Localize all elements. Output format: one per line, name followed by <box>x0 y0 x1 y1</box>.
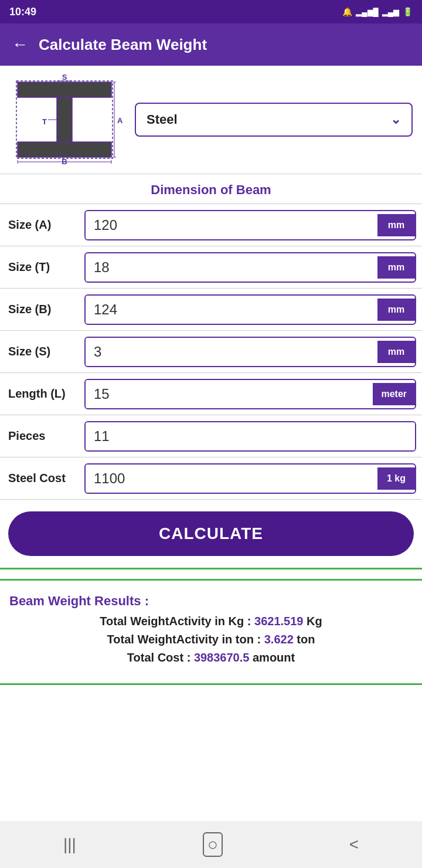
steel-cost-input[interactable] <box>86 464 377 493</box>
material-dropdown[interactable]: Steel ⌄ <box>135 103 413 137</box>
size-a-input-wrapper: mm <box>84 210 416 240</box>
svg-text:S: S <box>62 73 67 82</box>
svg-text:T: T <box>42 117 47 126</box>
battery-icon: 🔋 <box>403 7 413 16</box>
results-section: Beam Weight Results : Total WeightActivi… <box>0 586 422 675</box>
weight-kg-unit: Kg <box>307 615 322 628</box>
beam-diagram: S A T B <box>6 73 123 167</box>
size-t-row: Size (T) mm <box>0 246 422 289</box>
size-t-input[interactable] <box>86 253 377 282</box>
material-select-button[interactable]: Steel ⌄ <box>135 103 413 137</box>
svg-rect-0 <box>18 82 111 97</box>
size-a-row: Size (A) mm <box>0 204 422 246</box>
results-title: Beam Weight Results : <box>9 594 413 609</box>
dropdown-arrow-icon: ⌄ <box>390 112 401 127</box>
size-b-input[interactable] <box>86 296 377 324</box>
size-s-label: Size (S) <box>0 345 82 358</box>
nav-bar: ||| ○ < <box>0 821 422 868</box>
pieces-input[interactable] <box>86 422 415 450</box>
size-b-label: Size (B) <box>0 303 82 316</box>
calculate-button-container: CALCULATE <box>0 500 422 568</box>
pieces-input-wrapper <box>84 421 416 452</box>
weight-kg-result: Total WeightActivity in Kg : 3621.519 Kg <box>9 615 413 628</box>
svg-rect-2 <box>18 142 111 157</box>
size-t-label: Size (T) <box>0 260 82 274</box>
size-a-unit: mm <box>377 214 415 236</box>
size-b-row: Size (B) mm <box>0 289 422 331</box>
top-green-divider <box>0 568 422 569</box>
svg-rect-1 <box>57 97 72 142</box>
bottom-green-divider <box>0 683 422 685</box>
steel-cost-input-wrapper: 1 kg <box>84 463 416 494</box>
back-button[interactable]: ← <box>12 35 28 54</box>
steel-cost-row: Steel Cost 1 kg <box>0 457 422 500</box>
length-l-unit: meter <box>373 383 415 405</box>
size-a-input[interactable] <box>86 211 377 239</box>
nav-home-icon[interactable]: ○ <box>203 832 223 857</box>
pieces-label: Pieces <box>0 429 82 443</box>
weight-kg-value: 3621.519 <box>254 615 303 628</box>
pieces-row: Pieces <box>0 415 422 457</box>
signal-icon: ▂▄▆█ <box>356 8 378 16</box>
weight-ton-result: Total WeightActivity in ton : 3.622 ton <box>9 633 413 646</box>
length-l-row: Length (L) meter <box>0 373 422 415</box>
total-cost-unit: amount <box>253 651 295 664</box>
weight-kg-label: Total WeightActivity in Kg : <box>100 615 251 628</box>
weight-ton-unit: ton <box>297 633 315 646</box>
alarm-icon: 🔔 <box>342 7 352 16</box>
top-section: S A T B Steel ⌄ <box>0 66 422 174</box>
total-cost-result: Total Cost : 3983670.5 amount <box>9 651 413 664</box>
size-t-input-wrapper: mm <box>84 252 416 283</box>
weight-ton-value: 3.622 <box>264 633 294 646</box>
size-s-row: Size (S) mm <box>0 331 422 373</box>
main-content: S A T B Steel ⌄ Dimension o <box>0 66 422 821</box>
dimension-section-title: Dimension of Beam <box>0 174 422 204</box>
size-b-unit: mm <box>377 299 415 321</box>
steel-cost-unit: 1 kg <box>377 467 415 490</box>
status-time: 10:49 <box>9 6 36 18</box>
size-b-input-wrapper: mm <box>84 294 416 325</box>
svg-text:A: A <box>117 116 123 125</box>
signal2-icon: ▂▄▆ <box>382 8 399 16</box>
size-s-unit: mm <box>377 341 415 363</box>
size-t-unit: mm <box>377 256 415 279</box>
calculate-button[interactable]: CALCULATE <box>8 511 414 556</box>
status-icons: 🔔 ▂▄▆█ ▂▄▆ 🔋 <box>342 7 413 16</box>
total-cost-label: Total Cost : <box>127 651 191 664</box>
material-selected-value: Steel <box>147 112 178 127</box>
nav-back-icon[interactable]: < <box>349 835 359 854</box>
length-l-input[interactable] <box>86 380 373 408</box>
length-l-label: Length (L) <box>0 387 82 401</box>
length-l-input-wrapper: meter <box>84 379 416 409</box>
top-green-divider2 <box>0 579 422 581</box>
nav-menu-icon[interactable]: ||| <box>63 835 76 854</box>
steel-cost-label: Steel Cost <box>0 472 82 485</box>
app-header: ← Calculate Beam Weight <box>0 23 422 66</box>
size-a-label: Size (A) <box>0 218 82 232</box>
status-bar: 10:49 🔔 ▂▄▆█ ▂▄▆ 🔋 <box>0 0 422 23</box>
total-cost-value: 3983670.5 <box>194 651 250 664</box>
weight-ton-label: Total WeightActivity in ton : <box>107 633 261 646</box>
page-title: Calculate Beam Weight <box>39 36 207 54</box>
size-s-input-wrapper: mm <box>84 337 416 367</box>
size-s-input[interactable] <box>86 338 377 366</box>
